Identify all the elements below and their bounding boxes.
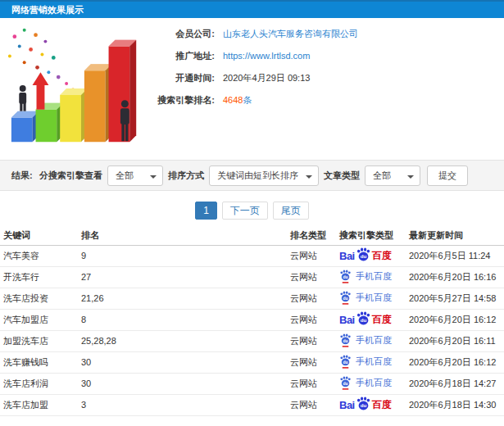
header-update-time: 最新更新时间 bbox=[406, 226, 504, 245]
mobile-baidu-paw-icon bbox=[339, 333, 352, 347]
result-label: 结果: bbox=[11, 170, 33, 182]
ranking-count-unit: 条 bbox=[243, 95, 252, 105]
next-page-button[interactable]: 下一页 bbox=[222, 202, 268, 220]
baidu-logo: Bai百度 bbox=[339, 311, 392, 328]
illustration-box bbox=[0, 18, 149, 160]
mobile-baidu-logo: 手机百度 bbox=[339, 376, 392, 390]
promo-url-label: 推广地址: bbox=[149, 50, 215, 61]
header-rank: 排名 bbox=[78, 226, 287, 245]
rank-type-cell: 云网站 bbox=[287, 245, 336, 266]
engine-select[interactable]: 全部 bbox=[108, 166, 162, 185]
rank-link[interactable]: 8 bbox=[78, 309, 287, 330]
rank-type-cell: 云网站 bbox=[287, 394, 336, 415]
mobile-baidu-logo: 手机百度 bbox=[339, 333, 392, 347]
article-type-label: 文章类型 bbox=[324, 170, 360, 182]
update-time-cell: 2020年5月27日 14:58 bbox=[406, 288, 504, 309]
open-time-label: 开通时间: bbox=[149, 72, 215, 84]
company-label: 会员公司: bbox=[149, 28, 215, 39]
keyword-cell: 汽车加盟店 bbox=[0, 309, 78, 330]
sort-select[interactable]: 关键词由短到长排序 bbox=[210, 166, 318, 185]
sort-filter-label: 排序方式 bbox=[168, 170, 204, 182]
table-row: 洗车赚钱吗 30 云网站 手机百度 2020年6月20日 16:12 bbox=[0, 351, 504, 373]
filter-controls: 分搜索引擎查看 全部 排序方式 关键词由短到长排序 文章类型 全部 提交 bbox=[34, 165, 468, 186]
rank-type-cell: 云网站 bbox=[287, 351, 336, 373]
engine-cell: Bai百度 bbox=[336, 394, 406, 415]
rank-type-cell: 云网站 bbox=[287, 373, 336, 394]
update-time-cell: 2020年6月20日 16:11 bbox=[406, 330, 504, 351]
promo-url-link[interactable]: https://www.lrtlsd.com bbox=[223, 50, 310, 61]
keyword-cell: 开洗车行 bbox=[0, 266, 78, 288]
ranking-count-number: 4648 bbox=[223, 95, 243, 105]
mobile-baidu-logo: 手机百度 bbox=[339, 291, 392, 305]
engine-cell: Bai百度 bbox=[336, 245, 406, 266]
update-time-cell: 2020年6月18日 14:30 bbox=[406, 394, 504, 415]
article-select-wrap: 全部 bbox=[365, 165, 420, 186]
mobile-baidu-logo: 手机百度 bbox=[339, 270, 392, 283]
engine-filter-label: 分搜索引擎查看 bbox=[39, 170, 102, 182]
table-row: 开洗车行 27 云网站 手机百度 2020年6月20日 16:16 bbox=[0, 266, 504, 288]
rank-type-cell: 云网站 bbox=[287, 309, 336, 330]
mobile-baidu-paw-icon bbox=[339, 355, 352, 369]
table-row: 汽车美容 9 云网站 Bai百度 2020年6月5日 11:24 bbox=[0, 245, 504, 266]
rank-link[interactable]: 30 bbox=[78, 373, 287, 394]
table-row: 加盟洗车店 25,28,28 云网站 手机百度 2020年6月20日 16:11 bbox=[0, 330, 504, 351]
submit-button[interactable]: 提交 bbox=[427, 165, 468, 186]
info-row-url: 推广地址: https://www.lrtlsd.com bbox=[149, 50, 504, 61]
rank-link[interactable]: 27 bbox=[78, 266, 287, 288]
baidu-logo: Bai百度 bbox=[339, 247, 392, 264]
company-name-link[interactable]: 山东老人头汽车服务咨询有限公司 bbox=[223, 28, 358, 39]
update-time-cell: 2020年6月18日 14:27 bbox=[406, 373, 504, 394]
member-info: 会员公司: 山东老人头汽车服务咨询有限公司 推广地址: https://www.… bbox=[149, 18, 504, 160]
rank-type-cell: 云网站 bbox=[287, 330, 336, 351]
ranking-count-value: 4648条 bbox=[223, 94, 252, 106]
bar-blue bbox=[11, 111, 39, 143]
update-time-cell: 2020年6月20日 16:12 bbox=[406, 351, 504, 373]
engine-cell: Bai百度 bbox=[336, 309, 406, 330]
engine-cell: 手机百度 bbox=[336, 266, 406, 288]
rank-link[interactable]: 9 bbox=[78, 245, 287, 266]
rank-link[interactable]: 21,26 bbox=[78, 288, 287, 309]
article-type-select[interactable]: 全部 bbox=[366, 166, 420, 185]
keyword-cell: 洗车店投资 bbox=[0, 288, 78, 309]
keyword-cell: 加盟洗车店 bbox=[0, 330, 78, 351]
keyword-cell: 洗车店利润 bbox=[0, 373, 78, 394]
engine-cell: 手机百度 bbox=[336, 373, 406, 394]
rank-type-cell: 云网站 bbox=[287, 266, 336, 288]
top-section: 会员公司: 山东老人头汽车服务咨询有限公司 推广地址: https://www.… bbox=[0, 18, 504, 160]
mobile-baidu-paw-icon bbox=[339, 291, 352, 305]
header-rank-type: 排名类型 bbox=[287, 226, 336, 245]
header-bar: 网络营销效果展示 bbox=[0, 0, 504, 18]
page-button-1[interactable]: 1 bbox=[195, 202, 217, 220]
baidu-paw-icon bbox=[356, 397, 371, 410]
bar-orange bbox=[84, 64, 112, 142]
last-page-button[interactable]: 尾页 bbox=[273, 202, 309, 220]
results-table: 关键词 排名 排名类型 搜索引擎类型 最新更新时间 汽车美容 9 云网站 Bai… bbox=[0, 226, 504, 416]
info-row-ranking: 搜索引擎排名: 4648条 bbox=[149, 94, 504, 106]
table-row: 洗车店投资 21,26 云网站 手机百度 2020年5月27日 14:58 bbox=[0, 288, 504, 309]
bar-yellow bbox=[60, 88, 88, 142]
table-row: 洗车店加盟 3 云网站 Bai百度 2020年6月18日 14:30 bbox=[0, 394, 504, 415]
ranking-count-label: 搜索引擎排名: bbox=[149, 94, 215, 106]
page-title: 网络营销效果展示 bbox=[11, 4, 84, 16]
header-engine-type: 搜索引擎类型 bbox=[336, 226, 406, 245]
rank-link[interactable]: 30 bbox=[78, 351, 287, 373]
engine-cell: 手机百度 bbox=[336, 288, 406, 309]
rank-link[interactable]: 25,28,28 bbox=[78, 330, 287, 351]
keyword-cell: 洗车店加盟 bbox=[0, 394, 78, 415]
info-row-company: 会员公司: 山东老人头汽车服务咨询有限公司 bbox=[149, 28, 504, 39]
engine-select-wrap: 全部 bbox=[107, 165, 163, 186]
baidu-logo: Bai百度 bbox=[339, 397, 392, 413]
rank-link[interactable]: 3 bbox=[78, 394, 287, 415]
table-row: 汽车加盟店 8 云网站 Bai百度 2020年6月20日 16:12 bbox=[0, 309, 504, 330]
update-time-cell: 2020年6月20日 16:12 bbox=[406, 309, 504, 330]
update-time-cell: 2020年6月5日 11:24 bbox=[406, 245, 504, 266]
engine-cell: 手机百度 bbox=[336, 351, 406, 373]
rank-type-cell: 云网站 bbox=[287, 288, 336, 309]
update-time-cell: 2020年6月20日 16:16 bbox=[406, 266, 504, 288]
bar-chart-illustration bbox=[2, 21, 149, 151]
baidu-paw-icon bbox=[356, 247, 371, 261]
info-row-open-time: 开通时间: 2020年4月29日 09:13 bbox=[149, 72, 504, 84]
pagination: 1 下一页 尾页 bbox=[0, 202, 504, 220]
keyword-cell: 洗车赚钱吗 bbox=[0, 351, 78, 373]
mobile-baidu-logo: 手机百度 bbox=[339, 355, 392, 369]
